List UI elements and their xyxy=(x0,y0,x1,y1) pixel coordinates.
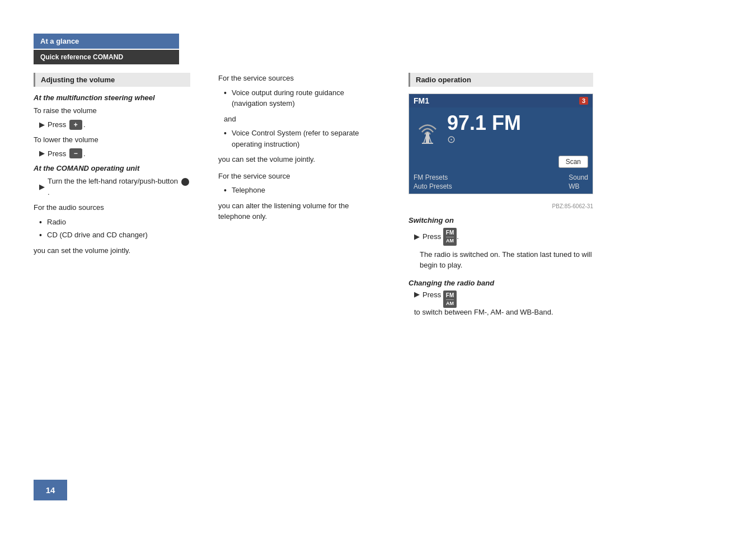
rotary-push-row: ▶ Turn the the left-hand rotary/push-but… xyxy=(39,176,190,198)
page-number: 14 xyxy=(34,480,67,500)
fmam-button-2: FM AM xyxy=(443,291,457,308)
am-text-2: AM xyxy=(446,300,454,307)
header-section: At a glance Quick reference COMAND xyxy=(34,34,179,64)
arrow-right-icon: ▶ xyxy=(39,121,44,129)
comand-unit-title: At the COMAND operating unit xyxy=(34,164,190,172)
am-text: AM xyxy=(446,237,454,245)
right-column: Radio operation FM1 3 xyxy=(408,73,593,321)
lower-volume-text: To lower the volume xyxy=(34,134,190,146)
alter-text: you can alter the listening volume for t… xyxy=(218,200,375,222)
radio-tower-icon xyxy=(414,115,447,146)
list-item-cd: CD (CD drive and CD changer) xyxy=(39,229,190,241)
press-plus-label: Press xyxy=(48,120,66,129)
fm-presets-label: FM Presets xyxy=(414,174,452,181)
and-text: and xyxy=(218,114,375,125)
left-column: Adjusting the volume At the multifunctio… xyxy=(34,73,190,259)
radio-band-label: FM1 xyxy=(414,96,429,105)
at-a-glance-title: At a glance xyxy=(34,34,179,49)
changing-band-title: Changing the radio band xyxy=(408,279,593,287)
press-minus-row: ▶ Press − . xyxy=(39,148,190,158)
arrow-right-icon-2: ▶ xyxy=(39,149,44,157)
minus-key-button: − xyxy=(69,148,82,158)
part-number: PBZ:85-6062-31 xyxy=(408,203,593,209)
press-fmam-label-2: Press xyxy=(422,291,441,299)
press-plus-row: ▶ Press + . xyxy=(39,120,190,130)
rotary-circle-icon xyxy=(181,178,189,186)
fm-text-2: FM xyxy=(446,292,454,300)
left-jointly-text: you can set the volume jointly. xyxy=(34,245,190,256)
adjusting-volume-title: Adjusting the volume xyxy=(34,73,190,87)
rotary-text: Turn the the left-hand rotary/push-butto… xyxy=(48,176,190,198)
scan-button[interactable]: Scan xyxy=(558,156,588,168)
service-source-list: Telephone xyxy=(218,185,375,196)
radio-footer: FM Presets Auto Presets Sound WB xyxy=(409,170,593,194)
radio-display: FM1 3 97.1 FM xyxy=(408,93,593,194)
radio-operation-title: Radio operation xyxy=(408,73,593,87)
plus-key-button: + xyxy=(69,120,82,130)
period-1: . xyxy=(83,120,86,129)
audio-sources-label: For the audio sources xyxy=(34,202,190,213)
fm-text: FM xyxy=(446,229,454,237)
sound-label: Sound xyxy=(569,174,588,181)
list-item-telephone: Telephone xyxy=(224,185,375,196)
list-item-voice-control: Voice Control System (refer to separate … xyxy=(224,128,375,149)
service-source-label: For the service source xyxy=(218,171,375,182)
service-sources-list: Voice output during route guidance (navi… xyxy=(218,87,375,109)
radio-footer-left: FM Presets Auto Presets xyxy=(414,174,452,190)
middle-column: For the service sources Voice output dur… xyxy=(218,73,375,226)
radio-frequency-display: 97.1 FM ⊙ xyxy=(447,113,521,148)
service-sources-label: For the service sources xyxy=(218,73,375,84)
switching-description: The radio is switched on. The station la… xyxy=(408,249,593,271)
middle-jointly-text: you can set the volume jointly. xyxy=(218,154,375,165)
auto-presets-label: Auto Presets xyxy=(414,182,452,190)
arrow-right-icon-4: ▶ xyxy=(414,233,419,241)
multifunction-wheel-title: At the multifunction steering wheel xyxy=(34,93,190,102)
quick-ref-title: Quick reference COMAND xyxy=(34,50,179,64)
radio-display-header: FM1 3 xyxy=(409,94,593,107)
radio-footer-right: Sound WB xyxy=(569,174,588,190)
list-item-voice-output: Voice output during route guidance (navi… xyxy=(224,87,375,109)
radio-preset-number: 3 xyxy=(579,97,588,105)
arrow-right-icon-5: ▶ xyxy=(414,291,419,298)
raise-volume-text: To raise the volume xyxy=(34,105,190,116)
period-2: . xyxy=(83,149,86,158)
switching-on-title: Switching on xyxy=(408,216,593,224)
radio-freq-text: 97.1 FM xyxy=(447,113,521,133)
changing-description: to switch between FM-, AM- and WB-Band. xyxy=(414,308,553,316)
svg-rect-0 xyxy=(426,132,429,143)
scan-row: Scan xyxy=(409,153,593,170)
press-fmam-row: ▶ Press FM AM . xyxy=(414,228,593,246)
wb-label: WB xyxy=(569,182,588,190)
period-3: . xyxy=(457,232,459,241)
radio-display-main: 97.1 FM ⊙ xyxy=(409,107,593,153)
press-minus-label: Press xyxy=(48,149,66,158)
press-fmam-row-2: ▶ Press FM AM to switch between FM-, AM-… xyxy=(414,291,593,317)
list-item-radio: Radio xyxy=(39,217,190,228)
service-sources-list-2: Voice Control System (refer to separate … xyxy=(218,128,375,149)
audio-sources-list: Radio CD (CD drive and CD changer) xyxy=(34,217,190,241)
press-fmam-label: Press xyxy=(422,232,441,241)
radio-cd-icon: ⊙ xyxy=(447,133,521,146)
fmam-button: FM AM xyxy=(443,228,457,246)
arrow-right-icon-3: ▶ xyxy=(39,183,44,191)
